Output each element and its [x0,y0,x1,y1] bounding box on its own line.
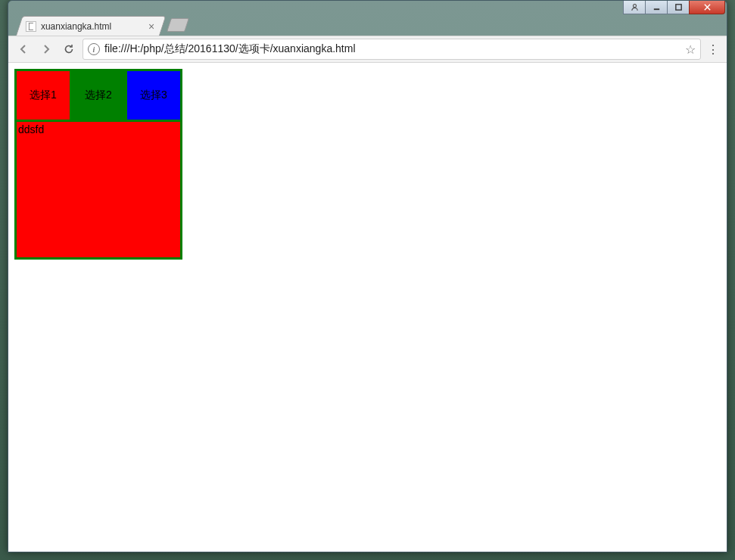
tab-close-icon[interactable]: × [147,20,156,33]
back-button[interactable] [14,40,33,58]
bookmark-icon[interactable]: ☆ [685,42,696,57]
tabs-row: 选择1 选择2 选择3 [17,71,180,120]
address-bar[interactable]: i file:///H:/php/总结/20161130/选项卡/xuanxia… [83,39,701,60]
user-icon[interactable] [623,1,646,14]
close-button[interactable] [689,1,725,14]
tab-option-3[interactable]: 选择3 [127,71,180,120]
tab-option-1[interactable]: 选择1 [17,71,72,120]
reload-button[interactable] [60,40,78,58]
tab-title: xuanxiangka.html [41,21,142,32]
menu-button[interactable]: ⋮ [705,42,721,57]
tabs-widget: 选择1 选择2 选择3 ddsfd [14,69,182,260]
url-text: file:///H:/php/总结/20161130/选项卡/xuanxiang… [104,42,680,56]
tab-option-2[interactable]: 选择2 [72,71,127,120]
minimize-button[interactable] [645,1,668,14]
toolbar: i file:///H:/php/总结/20161130/选项卡/xuanxia… [8,36,727,63]
forward-button[interactable] [37,40,55,58]
panel-text: ddsfd [18,123,44,135]
new-tab-button[interactable] [167,18,189,32]
tab-strip: xuanxiangka.html × [8,14,727,36]
browser-tab[interactable]: xuanxiangka.html × [16,16,166,36]
maximize-button[interactable] [667,1,690,14]
file-icon [26,21,36,32]
browser-window: xuanxiangka.html × i file:///H:/php/总结/2… [8,0,727,552]
tab-panel: ddsfd [17,120,180,257]
page-content: 选择1 选择2 选择3 ddsfd [8,63,727,552]
window-titlebar [8,1,727,14]
svg-rect-1 [653,8,659,10]
site-info-icon[interactable]: i [88,43,100,55]
svg-rect-2 [675,5,680,10]
svg-point-0 [633,5,636,8]
